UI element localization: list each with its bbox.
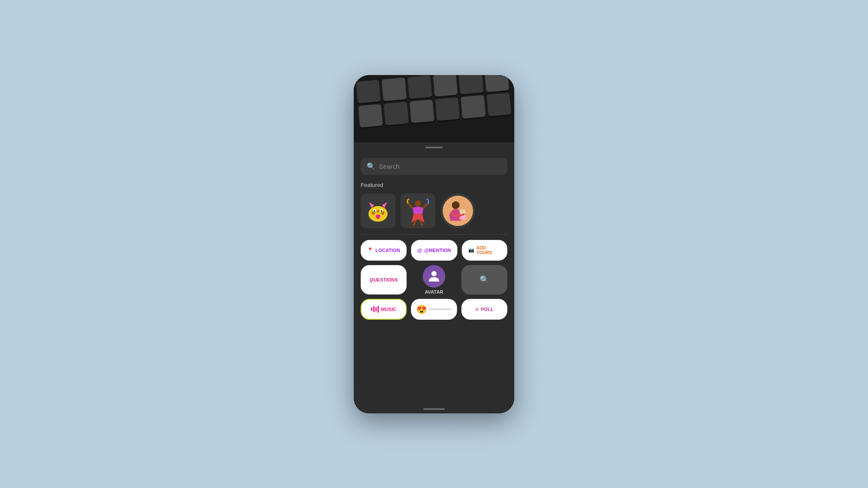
- sticker-leopard-heart[interactable]: [361, 193, 395, 228]
- svg-point-18: [431, 271, 437, 276]
- svg-line-13: [414, 221, 416, 225]
- camera-icon: 📷: [468, 247, 474, 253]
- mention-sticker[interactable]: @ @MENTION: [411, 240, 457, 261]
- keyboard-key: [433, 75, 457, 97]
- svg-line-11: [408, 203, 412, 208]
- svg-point-3: [381, 211, 385, 215]
- keyboard-key: [381, 77, 406, 101]
- svg-point-2: [377, 210, 379, 213]
- svg-point-8: [374, 210, 375, 211]
- slider-track: [429, 308, 452, 310]
- keyboard-key: [484, 75, 509, 92]
- svg-marker-4: [369, 202, 374, 208]
- search-bar[interactable]: 🔍 Search: [361, 158, 507, 175]
- svg-point-9: [381, 210, 382, 211]
- sticker-panel-content: 🔍 Search Featured: [354, 153, 514, 329]
- divider: [361, 234, 507, 235]
- keyboard-key: [409, 99, 434, 123]
- scroll-indicator: [423, 408, 445, 410]
- panel-bottom: [354, 329, 514, 413]
- search-gray-sticker[interactable]: 🔍: [461, 265, 507, 295]
- music-bars-icon: [371, 306, 379, 313]
- keyboard-key: [358, 104, 383, 127]
- keyboard-key: [407, 75, 432, 98]
- svg-line-14: [420, 221, 422, 225]
- slider-sticker[interactable]: 😍: [411, 299, 457, 320]
- sticker-panel: 🔍 Search Featured: [354, 142, 514, 413]
- sticker-mother-child[interactable]: [441, 193, 475, 228]
- drag-handle-area[interactable]: [354, 142, 514, 153]
- search-gray-icon: 🔍: [480, 275, 489, 285]
- location-sticker[interactable]: 📍 LOCATION: [361, 240, 407, 261]
- avatar-label: AVATAR: [425, 289, 444, 295]
- svg-marker-5: [382, 202, 387, 208]
- poll-sticker[interactable]: ≡ POLL: [461, 299, 507, 320]
- poll-icon: ≡: [475, 306, 479, 313]
- keyboard-key: [435, 97, 460, 121]
- svg-line-12: [424, 203, 428, 208]
- featured-row: [361, 193, 507, 228]
- svg-point-10: [415, 200, 421, 206]
- search-icon: 🔍: [367, 162, 375, 170]
- drag-handle: [425, 147, 443, 148]
- questions-sticker[interactable]: QUESTIONS: [361, 265, 407, 295]
- addyours-sticker[interactable]: 📷 ADD YOURS: [462, 240, 507, 261]
- addyours-label: ADD YOURS: [477, 246, 501, 255]
- at-icon: @: [418, 248, 422, 253]
- svg-point-1: [372, 211, 375, 215]
- music-label: MUSIC: [381, 307, 396, 312]
- mention-label: @MENTION: [424, 248, 450, 253]
- keyboard-key: [384, 102, 408, 125]
- questions-label: QUESTIONS: [370, 277, 398, 282]
- keyboard-key: [460, 95, 485, 118]
- search-placeholder: Search: [379, 163, 400, 170]
- keyboard-key: [459, 75, 483, 95]
- keyboard-key: [356, 79, 381, 103]
- location-pin-icon: 📍: [367, 247, 373, 253]
- slider-emoji: 😍: [416, 304, 427, 314]
- phone-container: 🔍 Search Featured: [354, 75, 514, 413]
- featured-label: Featured: [361, 182, 507, 188]
- sticker-grid-row3: MUSIC 😍 ≡ POLL: [361, 299, 507, 320]
- keyboard-key: [487, 92, 511, 116]
- sticker-grid-row1: 📍 LOCATION @ @MENTION 📷 ADD YOURS: [361, 240, 507, 261]
- music-sticker[interactable]: MUSIC: [361, 299, 407, 320]
- location-label: LOCATION: [375, 248, 400, 253]
- poll-label: POLL: [481, 307, 493, 312]
- avatar-icon: [423, 265, 445, 288]
- sticker-dancer[interactable]: [401, 193, 435, 228]
- svg-point-16: [452, 201, 460, 209]
- sticker-grid-row2: QUESTIONS AVATAR 🔍: [361, 265, 507, 295]
- keyboard-background: [354, 75, 514, 142]
- avatar-sticker[interactable]: AVATAR: [411, 265, 457, 295]
